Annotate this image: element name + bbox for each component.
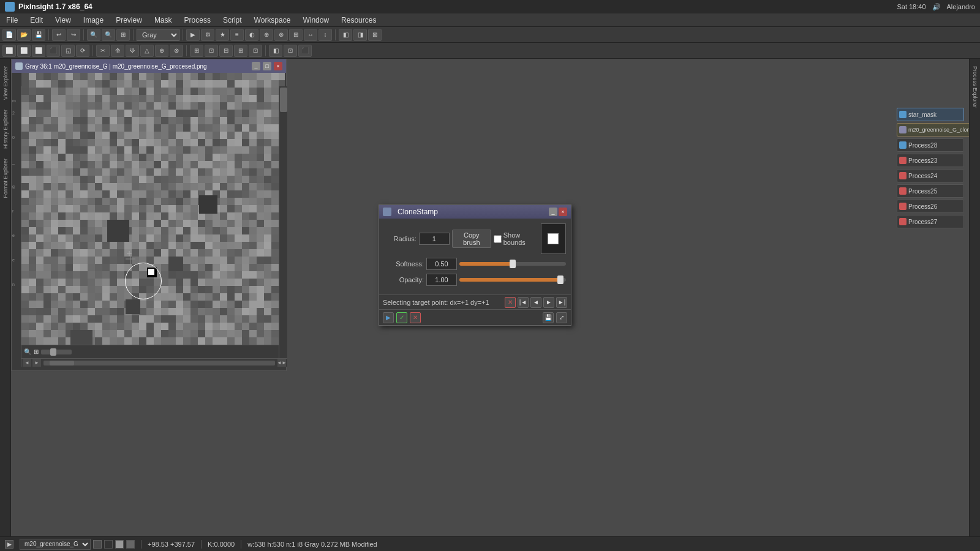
status-forward-icon[interactable]: ► [543,297,554,308]
menu-mask[interactable]: Mask [148,15,178,26]
tb2-btn-12[interactable]: ⊗ [170,45,183,57]
tb2-btn-5[interactable]: ◱ [61,45,75,57]
left-tab-view-explorer[interactable]: View Explorer [1,61,10,105]
copy-brush-btn[interactable]: Copy brush [452,230,491,248]
softness-input[interactable] [426,258,457,270]
tb-zoom-in[interactable]: 🔍 [87,29,100,41]
hscrollbar[interactable]: ◄ ► ◄► [21,358,287,367]
process23-item[interactable]: Process23 [897,154,964,167]
footer-script-icon[interactable]: ▶ [383,312,394,323]
menu-image[interactable]: Image [77,15,110,26]
footer-cancel-icon[interactable]: ✕ [410,312,421,323]
tb-zoom-out[interactable]: 🔍 [102,29,115,41]
clone-dialog-close-btn[interactable]: × [559,208,567,216]
tb2-btn-17[interactable]: ⊡ [249,45,262,57]
tb-btn-5[interactable]: ◐ [245,29,258,41]
tb2-btn-8[interactable]: ⟰ [111,45,124,57]
tb-btn-11[interactable]: ◧ [339,29,352,41]
process26-item[interactable]: Process26 [897,200,964,213]
tb-btn-6[interactable]: ⊕ [260,29,273,41]
tb-fit[interactable]: ⊞ [116,29,130,41]
process25-item[interactable]: Process25 [897,184,964,198]
left-tab-history-explorer[interactable]: History Explorer [1,105,10,154]
tb2-btn-18[interactable]: ◧ [269,45,282,57]
left-tab-format-explorer[interactable]: Format Explorer [1,154,10,203]
status-back-icon[interactable]: ◄ [530,297,541,308]
win-minimize-btn[interactable]: _ [252,62,260,70]
image-select-icon[interactable] [93,540,102,549]
image-window-titlebar[interactable]: Gray 36:1 m20_greennoise_G | m20_greenno… [12,59,286,73]
status-end-icon[interactable]: ►| [556,297,567,308]
tb-btn-7[interactable]: ⊗ [274,29,288,41]
tb2-btn-15[interactable]: ⊟ [219,45,233,57]
tb2-btn-7[interactable]: ✂ [96,45,110,57]
tb2-btn-19[interactable]: ⊡ [284,45,297,57]
image-canvas[interactable] [21,73,285,354]
win-close-btn[interactable]: × [274,62,282,70]
star-mask-item[interactable]: star_mask [897,108,964,121]
opacity-thumb[interactable] [557,276,564,284]
tb2-btn-13[interactable]: ⊞ [190,45,203,57]
clone-dialog-min-btn[interactable]: _ [549,208,557,216]
tb2-btn-2[interactable]: ⬜ [17,45,31,57]
tb-btn-13[interactable]: ⊠ [368,29,382,41]
menu-file[interactable]: File [0,15,24,26]
win-maximize-btn[interactable]: □ [263,62,271,70]
tb2-btn-6[interactable]: ⟳ [76,45,89,57]
softness-slider[interactable] [459,262,566,266]
tb-btn-9[interactable]: ↔ [304,29,317,41]
tb-btn-12[interactable]: ◨ [353,29,367,41]
process27-item[interactable]: Process27 [897,215,964,228]
tb2-btn-10[interactable]: △ [140,45,154,57]
vscrollbar[interactable] [279,86,287,367]
radius-input[interactable] [419,233,450,245]
menu-process[interactable]: Process [178,15,217,26]
scroll-left-btn[interactable]: ◄ [23,359,31,367]
footer-expand-icon[interactable]: ⤢ [556,312,567,323]
opacity-slider[interactable] [459,278,566,282]
zoom-slider[interactable] [41,350,72,354]
tb-save[interactable]: 💾 [32,29,45,41]
show-bounds-checkbox[interactable] [494,235,502,243]
tb-btn-4[interactable]: ≡ [230,29,244,41]
footer-ok-icon[interactable]: ✓ [396,312,407,323]
process28-item[interactable]: Process28 [897,138,964,152]
tb-btn-8[interactable]: ⊞ [289,29,303,41]
tb2-btn-16[interactable]: ⊞ [234,45,247,57]
menu-preview[interactable]: Preview [110,15,148,26]
scroll-end-btn[interactable]: ◄► [277,359,286,367]
opacity-input[interactable] [426,274,457,286]
tb2-btn-9[interactable]: ⟱ [126,45,139,57]
tb-open[interactable]: 📂 [17,29,31,41]
tb-btn-3[interactable]: ★ [216,29,229,41]
tb-btn-10[interactable]: ↕ [318,29,332,41]
tb-btn-2[interactable]: ⚙ [201,29,214,41]
process24-item[interactable]: Process24 [897,169,964,182]
scroll-right-btn[interactable]: ► [32,359,41,367]
status-prev-icon[interactable]: |◄ [518,297,529,308]
right-tab-process[interactable]: Process Explorer [971,61,979,113]
tb2-btn-20[interactable]: ⬛ [298,45,312,57]
menu-edit[interactable]: Edit [24,15,49,26]
tb-undo[interactable]: ↩ [52,29,66,41]
menu-view[interactable]: View [49,15,77,26]
tb2-btn-14[interactable]: ⊡ [205,45,218,57]
menu-workspace[interactable]: Workspace [248,15,297,26]
menu-script[interactable]: Script [217,15,248,26]
play-btn[interactable]: ▶ [5,540,13,549]
tb-new[interactable]: 📄 [2,29,16,41]
tb2-btn-11[interactable]: ⊕ [155,45,168,57]
greennoise-item[interactable]: m20_greennoise_G_clone1 [897,123,969,137]
color-mode-select[interactable]: Gray [137,29,179,41]
tb2-btn-3[interactable]: ⬜ [32,45,45,57]
tb-btn-1[interactable]: ▶ [186,29,200,41]
menu-window[interactable]: Window [296,15,335,26]
clone-dialog-titlebar[interactable]: CloneStamp _ × [379,205,571,219]
softness-thumb[interactable] [510,260,516,268]
tb2-btn-1[interactable]: ⬜ [2,45,16,57]
status-x-icon[interactable]: ✕ [505,297,516,308]
image-select-dropdown[interactable]: m20_greennoise_G [20,539,91,550]
tb-redo[interactable]: ↪ [67,29,80,41]
footer-save-icon[interactable]: 💾 [543,312,554,323]
tb2-btn-4[interactable]: ⬛ [47,45,60,57]
